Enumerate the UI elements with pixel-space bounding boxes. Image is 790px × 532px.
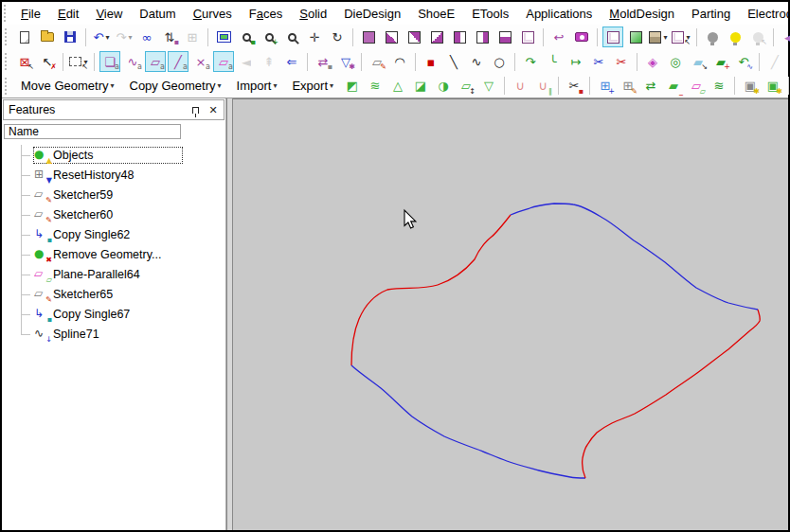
view-previous-button[interactable]: ↩ — [548, 27, 569, 47]
display-section-button[interactable]: ▾ — [648, 27, 669, 47]
trim-curve-button[interactable]: ✂ — [588, 51, 609, 72]
view-back-button[interactable] — [404, 27, 424, 47]
new-document-button[interactable] — [14, 27, 35, 47]
pattern-button[interactable]: ⊞+ — [595, 76, 616, 97]
move-to-layer-button[interactable]: ⇄▪ — [313, 51, 333, 72]
display-section-button-dropdown[interactable]: ▾ — [663, 33, 667, 42]
light-off-button[interactable] — [702, 27, 723, 47]
tree-item-copy-single67[interactable]: ↳▪Copy Single67 — [2, 304, 225, 324]
patch-surface-button[interactable]: △ — [387, 76, 408, 97]
toolbar-grip[interactable] — [5, 53, 9, 70]
tree-item-remove-geometry[interactable]: ●✖Remove Geometry... — [2, 244, 225, 264]
filter-point-toggle[interactable]: ×a — [190, 51, 211, 72]
menu-view[interactable]: View — [87, 4, 131, 24]
menu-solid[interactable]: Solid — [291, 4, 335, 24]
display-pick-button[interactable]: ↖▾ — [671, 27, 691, 47]
undo-button[interactable]: ↶▾ — [91, 27, 112, 47]
zoom-fit-button[interactable] — [213, 27, 234, 47]
tree-item-sketcher60[interactable]: ▱✎Sketcher60 — [2, 204, 225, 224]
view-iso-button[interactable] — [358, 27, 379, 47]
tree-item-sketcher65[interactable]: ▱✎Sketcher65 — [2, 284, 225, 304]
menu-curves[interactable]: Curves — [185, 4, 241, 24]
close-icon[interactable]: ✕ — [206, 102, 221, 117]
undo-button-dropdown[interactable]: ▾ — [105, 33, 109, 42]
display-wireframe-button[interactable] — [602, 27, 623, 47]
menu-faces[interactable]: Faces — [241, 4, 291, 24]
menu-electrode[interactable]: Electrode — [739, 4, 790, 24]
spline-segment-bottom-right[interactable] — [583, 310, 761, 478]
redo-button-dropdown[interactable]: ▾ — [128, 33, 132, 42]
freeform-curve-button[interactable]: ◠ — [389, 51, 410, 72]
filter-face-toggle[interactable]: ▱a — [145, 51, 166, 72]
clear-selection-button[interactable]: ↖✗ — [37, 51, 58, 72]
point-button[interactable]: ▪ — [421, 51, 441, 72]
menu-etools[interactable]: ETools — [463, 4, 517, 24]
extend-curve-button[interactable]: ↦ — [566, 51, 586, 72]
trim-surface-button[interactable]: ✂▪ — [564, 76, 584, 97]
copy-geometry-menu[interactable]: Copy Geometry▾ — [124, 77, 227, 95]
import-menu-dropdown[interactable]: ▾ — [273, 81, 277, 90]
tree-item-objects[interactable]: ●▲Objects — [2, 145, 225, 165]
view-left-button[interactable] — [426, 27, 447, 47]
move-geometry-menu-dropdown[interactable]: ▾ — [110, 81, 114, 90]
snapshot-button[interactable] — [571, 27, 592, 47]
hide-entity-button[interactable]: ⇐ — [281, 51, 302, 72]
menubar-grip[interactable] — [4, 5, 9, 22]
tree-item-resethistory48[interactable]: ⊞▼ResetHistory48 — [2, 165, 225, 185]
funnel-surface-button[interactable]: ▽ — [478, 76, 499, 97]
sew-faces-button[interactable]: ∪ — [510, 76, 530, 97]
pin-icon[interactable] — [188, 102, 203, 117]
open-file-button[interactable] — [37, 27, 58, 47]
line-button[interactable]: ╲ — [443, 51, 464, 72]
revolve-surface-button[interactable]: ◑ — [433, 76, 454, 97]
spline-segment-top-left[interactable] — [351, 215, 511, 365]
datum-plane-button[interactable]: ▱↕ — [456, 76, 476, 97]
offset-plane-button[interactable]: ▱▱ — [686, 76, 707, 97]
toolbar-grip[interactable] — [5, 78, 9, 95]
filter-curve-toggle[interactable]: ∿a — [122, 51, 143, 72]
replace-face-button[interactable]: ▰_ — [663, 76, 684, 97]
extract-region-button[interactable]: ▣✱ — [740, 76, 761, 97]
sketch-button[interactable]: ▱✎ — [367, 51, 387, 72]
circle-button[interactable]: ○ — [489, 51, 510, 72]
toolbar-grip[interactable] — [5, 28, 9, 45]
view-axonometric-button[interactable] — [517, 27, 538, 47]
wave-surface-button[interactable]: ≋ — [709, 76, 729, 97]
cylinder-face-button[interactable]: ◎ — [665, 51, 686, 72]
filter-solid-toggle[interactable]: ❏a — [99, 51, 120, 72]
tree-item-plane-parallel64[interactable]: ▱▱Plane-Parallel64 — [2, 264, 225, 284]
export-menu[interactable]: Export▾ — [286, 77, 339, 95]
filter-edge-toggle[interactable]: ╱a — [168, 51, 189, 72]
tree-column-header[interactable]: Name — [4, 124, 181, 139]
extend-face-button[interactable]: ▰+ — [710, 51, 731, 72]
menu-edit[interactable]: Edit — [49, 4, 87, 24]
spline-button[interactable]: ∿ — [466, 51, 487, 72]
copy-geometry-menu-dropdown[interactable]: ▾ — [218, 81, 222, 90]
pan-button[interactable]: ✛ — [304, 27, 325, 47]
menu-parting[interactable]: Parting — [683, 4, 739, 24]
swept-surface-button[interactable]: ◩ — [342, 76, 363, 97]
zoom-in-out-button[interactable]: + — [259, 27, 279, 47]
viewport-canvas[interactable] — [233, 98, 788, 530]
menu-datum[interactable]: Datum — [131, 4, 184, 24]
panel-splitter[interactable] — [226, 98, 233, 530]
view-right-button[interactable] — [449, 27, 470, 47]
find-entity-button[interactable]: ∞ — [136, 27, 157, 47]
loft-surface-button[interactable]: ≋ — [365, 76, 386, 97]
unsew-faces-button[interactable]: ∪∥ — [532, 76, 553, 97]
menu-shoee[interactable]: ShoeE — [409, 4, 463, 24]
face-direction-button[interactable]: ▰↘ — [688, 51, 709, 72]
display-shaded-button[interactable] — [625, 27, 646, 47]
back-navigation-button[interactable]: ◀ — [779, 27, 790, 47]
tree-item-copy-single62[interactable]: ↳▪Copy Single62 — [2, 224, 225, 244]
menu-applications[interactable]: Applications — [517, 4, 601, 24]
fillet-curve-button[interactable]: ↷ — [520, 51, 541, 72]
update-model-button[interactable]: ⇅▪ — [159, 27, 180, 47]
zoom-button[interactable] — [281, 27, 302, 47]
import-menu[interactable]: Import▾ — [231, 77, 283, 95]
save-button[interactable] — [60, 27, 81, 47]
spline-segment-bottom-left[interactable] — [351, 365, 585, 478]
view-front-button[interactable] — [381, 27, 402, 47]
export-menu-dropdown[interactable]: ▾ — [330, 81, 333, 90]
menu-molddesign[interactable]: MoldDesign — [601, 4, 683, 24]
